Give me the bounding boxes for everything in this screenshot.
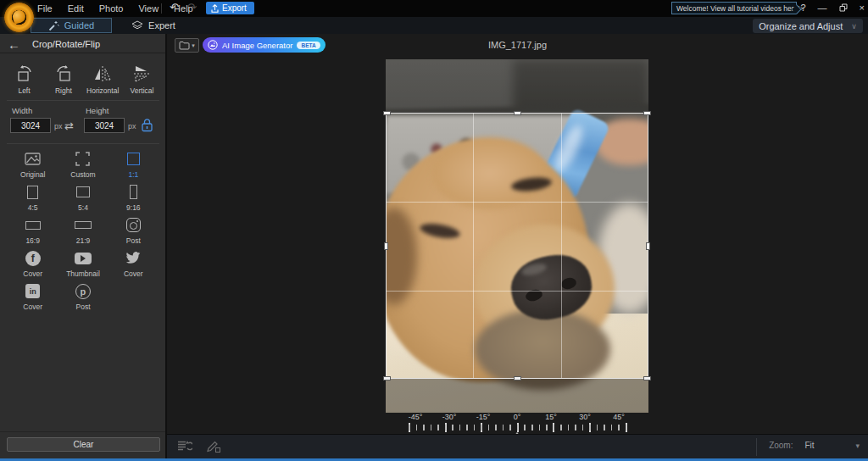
crop-handle-n[interactable]: [514, 111, 521, 115]
undo-icon[interactable]: ↶: [170, 1, 179, 14]
statusbar-separator: [756, 438, 757, 456]
grid-line: [387, 291, 648, 292]
wide-ratio-icon: [25, 217, 41, 233]
menu-separator: [161, 3, 162, 14]
ratio-twitter-cover[interactable]: Cover: [108, 247, 159, 280]
restore-button[interactable]: [839, 3, 848, 12]
custom-crop-icon: [75, 151, 90, 167]
lock-aspect-icon[interactable]: [141, 118, 153, 132]
minimize-button[interactable]: —: [818, 3, 827, 13]
export-label: Export: [222, 3, 247, 13]
tall-ratio-icon: [130, 184, 137, 200]
close-button[interactable]: ×: [860, 3, 865, 13]
photodirector-window: File Edit Photo View Help ↶ ↷ Export Wel…: [0, 0, 868, 461]
crop-handle-nw[interactable]: [383, 111, 391, 115]
crop-handle-s[interactable]: [514, 376, 521, 380]
tab-expert[interactable]: Expert: [120, 18, 186, 33]
ratio-1-1[interactable]: 1:1: [108, 148, 159, 181]
height-label: Height: [86, 106, 108, 115]
flip-horizontal-label: Horizontal: [86, 86, 119, 95]
height-input[interactable]: [84, 118, 125, 133]
grid-line: [473, 114, 474, 378]
tab-guided-label: Guided: [64, 20, 94, 31]
ratio-facebook-cover[interactable]: f Cover: [8, 247, 58, 280]
grid-line: [387, 202, 648, 203]
organize-adjust-label: Organize and Adjust: [759, 21, 843, 31]
adjustment-history-icon[interactable]: [177, 440, 192, 453]
window-controls: ? — ×: [800, 0, 865, 15]
ratio-linkedin-cover[interactable]: in Cover: [8, 280, 58, 314]
zoom-value[interactable]: Fit: [804, 441, 843, 450]
ratio-21-9[interactable]: 21:9: [58, 214, 108, 247]
crop-handle-sw[interactable]: [383, 376, 391, 380]
status-bar: Zoom: Fit ▾: [167, 434, 868, 458]
crop-handle-e[interactable]: [646, 242, 650, 250]
ratio-youtube-thumbnail[interactable]: Thumbnail: [58, 247, 108, 280]
tab-guided[interactable]: Guided: [31, 18, 112, 33]
ratio-pinterest-post[interactable]: p Post: [58, 280, 108, 314]
welcome-tooltip: Welcome! View all tutorial videos here! …: [671, 2, 797, 14]
ratio-label: Original: [20, 170, 45, 179]
crop-handle-se[interactable]: [643, 376, 651, 380]
ruler-label: -30°: [432, 413, 466, 421]
pinterest-icon: p: [75, 283, 91, 299]
ruler-label: -45°: [398, 413, 432, 421]
rotate-right-button[interactable]: Right: [44, 61, 82, 95]
ratio-4-5[interactable]: 4:5: [8, 181, 58, 214]
rotate-left-button[interactable]: Left: [5, 61, 43, 95]
export-button[interactable]: Export: [206, 2, 254, 14]
swap-dimensions-icon[interactable]: ⇄: [64, 119, 74, 132]
zoom-control[interactable]: Zoom: Fit ▾: [769, 441, 860, 450]
clear-button[interactable]: Clear: [7, 437, 160, 452]
zoom-caret-icon[interactable]: ▾: [855, 442, 860, 450]
ratio-original[interactable]: Original: [8, 148, 58, 181]
ratio-5-4[interactable]: 5:4: [58, 181, 108, 214]
ratio-label: Custom: [70, 170, 95, 179]
ratio-9-16[interactable]: 9:16: [108, 181, 159, 214]
menu-photo[interactable]: Photo: [99, 3, 124, 14]
width-label: Width: [12, 106, 32, 115]
width-input[interactable]: [10, 118, 51, 133]
clear-label: Clear: [74, 440, 94, 449]
landscape-ratio-icon: [76, 184, 90, 200]
menu-edit[interactable]: Edit: [68, 3, 84, 14]
ruler-label: 15°: [534, 413, 568, 421]
ratio-16-9[interactable]: 16:9: [8, 214, 58, 247]
edit-pen-icon[interactable]: [206, 440, 220, 453]
rotation-ruler-labels: -45° -30° -15° 0° 15° 30° 45°: [398, 413, 636, 421]
crop-handle-ne[interactable]: [643, 111, 651, 115]
ratio-label: Cover: [23, 269, 42, 278]
layers-icon: [131, 20, 143, 31]
menu-file[interactable]: File: [37, 3, 53, 14]
panel-header: ← Crop/Rotate/Flip: [0, 36, 165, 53]
ratio-label: Cover: [23, 303, 42, 311]
divider: [0, 431, 165, 432]
help-button[interactable]: ?: [800, 3, 805, 13]
ratio-instagram-post[interactable]: Post: [108, 214, 159, 247]
facebook-icon: f: [25, 250, 41, 266]
ruler-label: 30°: [568, 413, 602, 421]
crop-frame[interactable]: [386, 113, 648, 379]
flip-horizontal-button[interactable]: Horizontal: [84, 61, 122, 95]
ratio-custom[interactable]: Custom: [58, 148, 108, 181]
ratio-label: Cover: [124, 269, 143, 278]
titlebar: File Edit Photo View Help ↶ ↷ Export Wel…: [0, 0, 868, 17]
ruler-label: 45°: [602, 413, 636, 421]
tooltip-text: Welcome! View all tutorial videos here!: [676, 4, 800, 13]
youtube-icon: [75, 250, 92, 266]
flip-vertical-button[interactable]: Vertical: [123, 61, 161, 95]
portrait-ratio-icon: [27, 184, 38, 200]
ratio-label: Post: [126, 236, 141, 245]
flip-horizontal-icon: [92, 64, 113, 83]
crop-handle-w[interactable]: [384, 242, 388, 250]
ratio-label: 1:1: [128, 170, 138, 179]
instagram-icon: [126, 217, 141, 233]
organize-adjust-dropdown[interactable]: Organize and Adjust ∨: [753, 19, 863, 33]
back-arrow-icon[interactable]: ←: [8, 38, 20, 51]
export-upload-icon: [211, 4, 219, 13]
panel-title: Crop/Rotate/Flip: [32, 39, 100, 49]
menu-view[interactable]: View: [138, 3, 159, 14]
photodirector-logo: [4, 3, 34, 32]
image-filename: IMG_1717.jpg: [167, 40, 868, 50]
ruler-label: 0°: [500, 413, 534, 421]
